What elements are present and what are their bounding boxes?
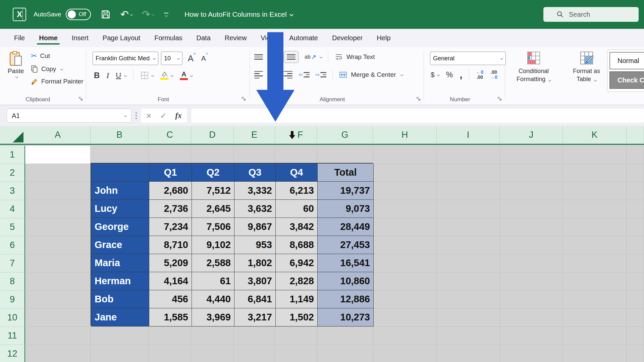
table-cell-E7[interactable]: 1,802 [234, 254, 276, 272]
tab-formulas[interactable]: Formulas [154, 31, 183, 45]
table-cell-G8[interactable]: 10,860 [318, 272, 374, 290]
cell-J12[interactable] [500, 345, 563, 362]
cell-I10[interactable] [437, 309, 500, 327]
column-header-A[interactable]: A [25, 126, 91, 144]
table-cell-C6[interactable]: 8,710 [149, 236, 192, 254]
borders-dropdown-icon[interactable] [151, 74, 154, 77]
cell-A8[interactable] [25, 273, 91, 291]
row-header-10[interactable]: 10 [0, 309, 25, 327]
cell-C1[interactable] [149, 146, 191, 164]
cell-I3[interactable] [437, 182, 500, 200]
table-cell-E4[interactable]: 3,632 [234, 200, 276, 218]
table-cell-D7[interactable]: 2,588 [192, 254, 234, 272]
table-cell-D4[interactable]: 2,645 [192, 200, 234, 218]
cell-G1[interactable] [317, 146, 373, 164]
alignment-dialog-launcher-icon[interactable] [416, 96, 421, 103]
table-cell-D10[interactable]: 3,969 [192, 308, 234, 326]
cell-H12[interactable] [373, 345, 437, 362]
table-cell-E10[interactable]: 3,217 [234, 308, 276, 326]
cell-A9[interactable] [25, 291, 91, 309]
tab-data[interactable]: Data [196, 31, 211, 45]
cell-K9[interactable] [563, 291, 627, 309]
cell-K3[interactable] [563, 182, 627, 200]
name-box[interactable]: A1 [7, 109, 131, 123]
align-left-button[interactable] [254, 71, 263, 78]
align-right-button[interactable] [284, 71, 292, 78]
cell-I7[interactable] [437, 254, 500, 273]
font-name-select[interactable]: Franklin Gothic Med [93, 52, 158, 65]
conditional-formatting-button[interactable]: Conditional Formatting [517, 51, 551, 83]
cell-partial-1[interactable] [627, 146, 644, 164]
cell-partial-12[interactable] [627, 345, 644, 362]
table-cell-F10[interactable]: 1,502 [276, 308, 318, 326]
cell-partial-9[interactable] [627, 291, 644, 309]
table-cell-D8[interactable]: 61 [192, 272, 234, 290]
column-header-K[interactable]: K [563, 126, 627, 144]
document-title[interactable]: How to AutoFit Columns in Excel [184, 10, 293, 18]
paste-dropdown-icon[interactable] [15, 75, 18, 78]
cell-B1[interactable] [91, 146, 149, 164]
cell-K7[interactable] [563, 254, 627, 273]
table-cell-B3[interactable]: John [91, 182, 149, 200]
table-cell-C10[interactable]: 1,585 [149, 308, 192, 326]
cell-I9[interactable] [437, 291, 500, 309]
cell-G12[interactable] [317, 345, 373, 362]
row-header-12[interactable]: 12 [0, 345, 25, 362]
cell-A2[interactable] [25, 164, 91, 182]
row-header-4[interactable]: 4 [0, 200, 25, 218]
tab-developer[interactable]: Developer [331, 31, 363, 45]
italic-button[interactable]: I [106, 71, 109, 80]
font-size-select[interactable]: 10 [161, 52, 182, 65]
cell-K6[interactable] [563, 236, 627, 254]
column-header-partial[interactable] [627, 126, 644, 144]
table-cell-B6[interactable]: Grace [91, 236, 149, 254]
row-header-5[interactable]: 5 [0, 218, 25, 236]
cell-J1[interactable] [500, 146, 563, 164]
table-cell-D3[interactable]: 7,512 [192, 182, 234, 200]
column-header-D[interactable]: D [191, 126, 234, 144]
font-color-dropdown-icon[interactable] [190, 74, 193, 77]
column-header-H[interactable]: H [373, 126, 437, 144]
cell-A5[interactable] [25, 218, 91, 236]
accounting-dropdown-icon[interactable] [437, 73, 439, 76]
column-header-B[interactable]: B [91, 126, 149, 144]
cell-H9[interactable] [373, 291, 437, 309]
bottom-align-button[interactable] [284, 51, 299, 63]
table-cell-B8[interactable]: Herman [91, 272, 149, 290]
cell-A6[interactable] [25, 236, 91, 254]
cell-K2[interactable] [563, 164, 627, 182]
table-header-q4[interactable]: Q4 [276, 164, 318, 182]
table-cell-C8[interactable]: 4,164 [149, 272, 192, 290]
table-cell-F6[interactable]: 8,688 [276, 236, 318, 254]
table-cell-C3[interactable]: 2,680 [149, 182, 192, 200]
fill-color-dropdown-icon[interactable] [171, 74, 173, 77]
tab-file[interactable]: File [13, 31, 25, 45]
cell-H1[interactable] [373, 146, 437, 164]
name-box-dropdown-icon[interactable] [124, 114, 127, 117]
cell-J10[interactable] [500, 309, 563, 327]
cell-J2[interactable] [500, 164, 563, 182]
cell-partial-3[interactable] [627, 182, 644, 200]
increase-indent-button[interactable]: ⇨ [316, 72, 327, 78]
underline-button[interactable]: U [116, 71, 121, 80]
cell-C11[interactable] [149, 327, 191, 345]
cell-I8[interactable] [437, 273, 500, 291]
column-header-J[interactable]: J [500, 126, 563, 144]
cell-A12[interactable] [25, 345, 91, 362]
cell-J7[interactable] [500, 254, 563, 273]
cell-E1[interactable] [234, 146, 275, 164]
table-cell-G7[interactable]: 16,541 [318, 254, 374, 272]
table-cell-B5[interactable]: George [91, 218, 149, 236]
merge-center-button[interactable]: Merge & Center [339, 71, 403, 79]
borders-button[interactable] [140, 71, 149, 80]
tab-page-layout[interactable]: Page Layout [102, 31, 141, 45]
save-icon[interactable] [100, 9, 111, 20]
row-header-8[interactable]: 8 [0, 273, 25, 291]
cell-I6[interactable] [437, 236, 500, 254]
table-cell-E9[interactable]: 6,841 [234, 290, 276, 308]
table-cell-C9[interactable]: 456 [149, 290, 192, 308]
quick-access-overflow-icon[interactable] [164, 13, 168, 16]
table-cell-C4[interactable]: 2,736 [149, 200, 192, 218]
table-cell-B9[interactable]: Bob [91, 290, 149, 308]
table-cell-G4[interactable]: 9,073 [318, 200, 374, 218]
